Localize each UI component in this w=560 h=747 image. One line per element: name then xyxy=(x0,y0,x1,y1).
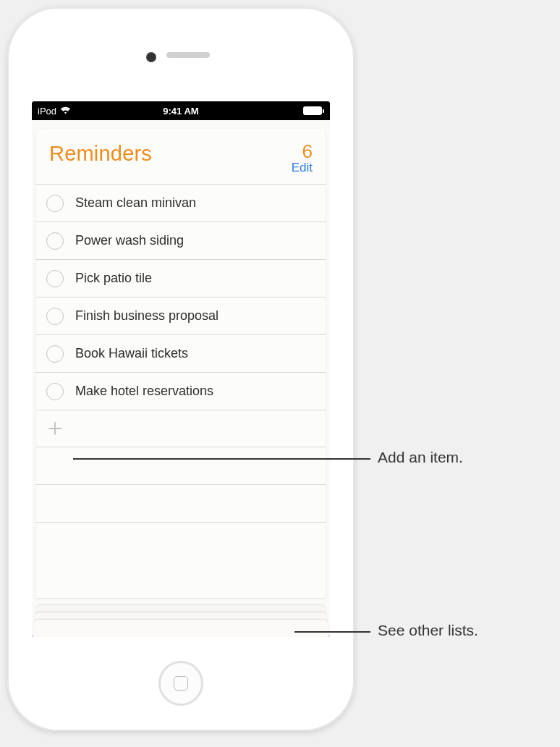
empty-row xyxy=(36,485,326,523)
reminders-app: Reminders 6 Edit Steam clean minivan Pow… xyxy=(32,120,330,637)
reminder-item[interactable]: Power wash siding xyxy=(36,221,326,259)
add-reminder-row[interactable] xyxy=(36,410,326,447)
reminders-card: Reminders 6 Edit Steam clean minivan Pow… xyxy=(36,129,326,598)
reminder-list: Steam clean minivan Power wash siding Pi… xyxy=(36,184,326,598)
checkbox-icon[interactable] xyxy=(46,270,64,287)
reminder-item[interactable]: Pick patio tile xyxy=(36,259,326,297)
status-bar-left: iPod xyxy=(38,106,71,117)
empty-row xyxy=(36,447,326,485)
reminder-item[interactable]: Finish business proposal xyxy=(36,297,326,334)
speaker-grille xyxy=(166,52,210,58)
reminder-item[interactable]: Book Hawaii tickets xyxy=(36,334,326,372)
camera-icon xyxy=(146,52,156,62)
home-button-icon xyxy=(174,676,188,691)
reminder-text: Pick patio tile xyxy=(75,271,152,286)
wifi-icon xyxy=(60,106,71,117)
home-button[interactable] xyxy=(158,661,203,706)
callout-line xyxy=(73,458,370,460)
checkbox-icon[interactable] xyxy=(46,232,64,250)
reminder-text: Book Hawaii tickets xyxy=(75,346,188,361)
reminder-text: Steam clean minivan xyxy=(75,195,196,211)
callout-line xyxy=(294,631,370,633)
reminder-item[interactable]: Make hotel reservations xyxy=(36,372,326,410)
checkbox-icon[interactable] xyxy=(46,195,64,212)
reminder-text: Power wash siding xyxy=(75,233,184,248)
header-right: 6 Edit xyxy=(292,142,313,175)
plus-icon xyxy=(46,420,64,437)
reminder-text: Finish business proposal xyxy=(75,308,219,324)
callout-add-item: Add an item. xyxy=(378,449,463,466)
battery-icon xyxy=(303,106,324,115)
status-bar: iPod 9:41 AM xyxy=(32,101,330,120)
reminder-count: 6 xyxy=(292,142,313,161)
callout-see-lists: See other lists. xyxy=(378,622,478,639)
edit-button[interactable]: Edit xyxy=(292,161,313,175)
checkbox-icon[interactable] xyxy=(46,345,64,363)
other-lists-stack[interactable] xyxy=(34,598,328,637)
checkbox-icon[interactable] xyxy=(46,383,64,400)
reminder-text: Make hotel reservations xyxy=(75,384,213,399)
reminder-item[interactable]: Steam clean minivan xyxy=(36,184,326,221)
card-header: Reminders 6 Edit xyxy=(36,129,326,184)
device-top-bezel xyxy=(7,7,355,101)
stack-layer xyxy=(34,620,328,637)
device-label: iPod xyxy=(38,106,56,117)
ipod-device-frame: iPod 9:41 AM Reminders 6 Edit xyxy=(7,7,355,731)
list-title: Reminders xyxy=(49,142,152,166)
device-screen: iPod 9:41 AM Reminders 6 Edit xyxy=(32,101,330,637)
checkbox-icon[interactable] xyxy=(46,308,64,325)
status-bar-time: 9:41 AM xyxy=(163,106,198,117)
